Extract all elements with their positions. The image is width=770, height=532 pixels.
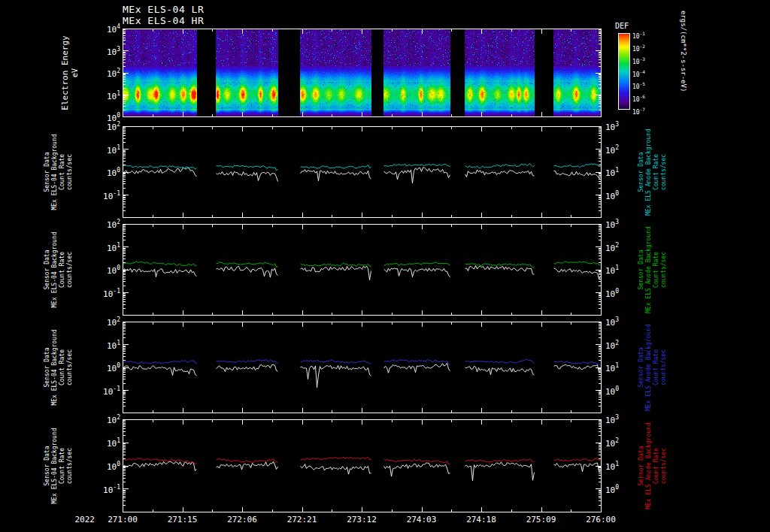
panel-3-ytick-right: 101 xyxy=(605,363,619,373)
panel-1-ytick-right: 102 xyxy=(605,145,619,156)
panel-2-ytick-right: 103 xyxy=(605,219,619,230)
xaxis-tick-label: 271:00 xyxy=(100,515,145,524)
line-panel-canvas-4 xyxy=(123,419,602,512)
panel-2-ytick-left: 100 xyxy=(86,265,120,276)
panel-1-ytick-right: 100 xyxy=(605,191,619,201)
panel-4-ytick-left: 10-1 xyxy=(86,485,120,495)
colorbar-tick-label: 10-7 xyxy=(632,106,645,116)
panel-2-ytick-right: 101 xyxy=(605,265,619,276)
cdaweb-plot-page: MEx ELS-04 LR MEx ELS-04 HR Electron Ene… xyxy=(0,0,770,532)
xaxis-tick-label: 272:06 xyxy=(220,515,265,524)
colorbar xyxy=(618,33,630,110)
colorbar-title: DEF xyxy=(615,22,629,30)
spectrogram-ytick-label: 103 xyxy=(89,47,120,57)
panel-1-ylabel: Sensor DataMEx ELS-04 BackgroundCount Ra… xyxy=(44,134,74,210)
xaxis-tick-label: 275:09 xyxy=(519,515,564,524)
spectrogram-canvas xyxy=(123,29,602,117)
panel-1-ytick-left: 102 xyxy=(86,122,120,132)
line-panel-canvas-1 xyxy=(123,126,602,218)
xaxis-tick-label: 276:00 xyxy=(578,515,623,524)
panel-1-ytick-left: 10-1 xyxy=(86,191,120,201)
line-panel-canvas-2 xyxy=(123,224,602,316)
spectrogram-y-axis-units: eV xyxy=(71,68,79,77)
spectrogram-ytick-label: 101 xyxy=(89,91,120,101)
panel-3-ytick-right: 102 xyxy=(605,340,619,351)
colorbar-tick-label: 10-6 xyxy=(632,93,645,103)
line-panel-canvas-3 xyxy=(123,322,602,413)
panel-2-ytick-left: 101 xyxy=(86,243,120,253)
xaxis-tick-label: 274:18 xyxy=(459,515,504,524)
panel-4-ytick-right: 103 xyxy=(605,415,619,425)
panel-2-ylabel: Sensor DataMEx ELS-04 BackgroundCount Ra… xyxy=(44,231,74,307)
xaxis-year-label: 2022 xyxy=(60,515,95,524)
panel-4-ytick-right: 101 xyxy=(605,461,619,472)
panel-4-ytick-right: 100 xyxy=(605,485,619,495)
plot-title-line1: MEx ELS-04 LR xyxy=(123,4,204,15)
spectrogram-y-axis-label: Electron Energy eV xyxy=(60,35,80,110)
panel-3-ytick-right: 100 xyxy=(605,386,619,397)
panel-1-right-label: Sensor DataMEx ELS Anode BackgroundCount… xyxy=(638,128,668,216)
panel-4-ylabel: Sensor DataMEx ELS-04 BackgroundCount Ra… xyxy=(44,428,74,503)
colorbar-units-label: ergs/(cm**2-s-sr-eV) xyxy=(680,11,687,92)
panel-1-ytick-left: 101 xyxy=(86,145,120,156)
panel-4-ytick-right: 102 xyxy=(605,438,619,449)
panel-4-ytick-left: 101 xyxy=(86,438,120,449)
xaxis-tick-label: 274:03 xyxy=(399,515,444,524)
panel-2-right-label: Sensor DataMEx ELS Anode BackgroundCount… xyxy=(638,226,668,313)
spectrogram-ytick-label: 104 xyxy=(89,24,120,35)
panel-2-ytick-left: 10-1 xyxy=(86,289,120,299)
panel-1-ytick-right: 101 xyxy=(605,168,619,178)
colorbar-tick-label: 10-3 xyxy=(632,56,645,65)
xaxis-tick-label: 271:15 xyxy=(160,515,205,524)
xaxis-tick-label: 272:21 xyxy=(280,515,325,524)
spectrogram-y-axis-label-text: Electron Energy xyxy=(60,35,70,110)
panel-2-ytick-left: 102 xyxy=(86,219,120,230)
plot-title-line2: MEx ELS-04 HR xyxy=(123,15,204,26)
panel-1-ytick-left: 100 xyxy=(86,168,120,178)
colorbar-tick-label: 10-4 xyxy=(632,68,645,78)
panel-4-ytick-left: 102 xyxy=(86,415,120,425)
colorbar-tick-label: 10-1 xyxy=(632,30,645,40)
panel-2-ytick-right: 102 xyxy=(605,243,619,253)
colorbar-tick-label: 10-5 xyxy=(632,80,645,90)
panel-3-ytick-left: 102 xyxy=(86,317,120,328)
panel-3-right-label: Sensor DataMEx ELS Anode BackgroundCount… xyxy=(638,324,668,411)
colorbar-tick-label: 10-2 xyxy=(632,43,645,53)
panel-3-ytick-left: 10-1 xyxy=(86,386,120,397)
panel-1-ytick-right: 103 xyxy=(605,122,619,132)
panel-4-ytick-left: 100 xyxy=(86,461,120,472)
xaxis-tick-label: 273:12 xyxy=(339,515,384,524)
panel-4-right-label: Sensor DataMEx ELS Anode BackgroundCount… xyxy=(638,422,668,509)
spectrogram-ytick-label: 102 xyxy=(89,68,120,79)
panel-3-ylabel: Sensor DataMEx ELS-04 BackgroundCount Ra… xyxy=(44,329,74,405)
panel-3-ytick-left: 101 xyxy=(86,340,120,351)
panel-3-ytick-left: 100 xyxy=(86,363,120,373)
panel-2-ytick-right: 100 xyxy=(605,289,619,299)
panel-3-ytick-right: 103 xyxy=(605,317,619,328)
